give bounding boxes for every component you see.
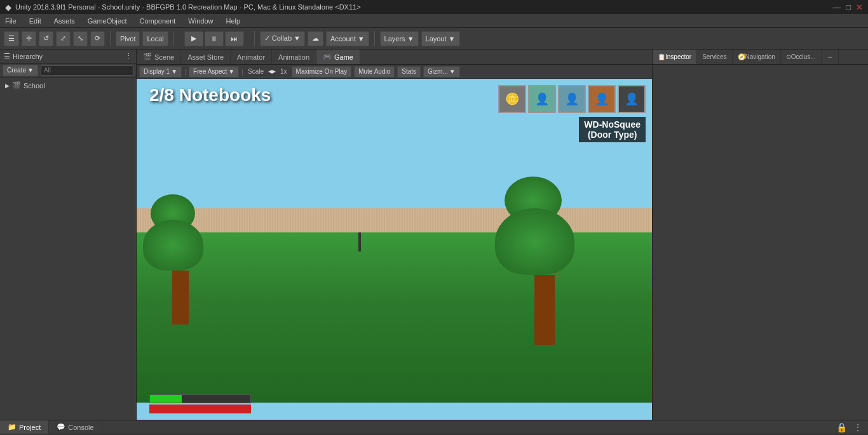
gizmos-label: Gizm... — [428, 68, 448, 75]
transform-tool[interactable]: ⟳ — [90, 31, 105, 46]
oculus-label: Occlus... — [791, 53, 816, 60]
layers-label: Layers — [384, 35, 405, 43]
scene-icon: 🎬 — [12, 81, 21, 90]
inspector-label: Inspector — [665, 53, 691, 60]
oculus-icon: ⊙ — [786, 53, 791, 60]
project-panel: 📁 Project 💬 Console 🔒 ⋮ Create ▼ Search: — [0, 420, 868, 435]
tab-account-right[interactable]: → — [822, 50, 839, 64]
tree-left-trunk — [172, 271, 189, 325]
tab-animator[interactable]: Animator — [231, 50, 272, 64]
tree-right — [514, 177, 574, 345]
display-label: Display 1 — [144, 68, 170, 75]
menu-help[interactable]: Help — [223, 16, 243, 26]
menu-assets[interactable]: Assets — [51, 16, 78, 26]
asset-store-tab-label: Asset Store — [187, 53, 224, 61]
game-toolbar: Display 1 ▼ | Free Aspect ▼ | Scale ◀▶ 1… — [137, 65, 652, 79]
game-canvas: 2/8 Notebooks 🪙 👤 👤 — [137, 79, 652, 420]
hierarchy-create-button[interactable]: Create ▼ — [3, 65, 38, 76]
menu-window[interactable]: Window — [186, 16, 215, 26]
menu-gameobject[interactable]: GameObject — [85, 16, 130, 26]
pivot-button[interactable]: Pivot — [116, 31, 140, 46]
step-button[interactable]: ⏭ — [225, 31, 244, 46]
tab-scene[interactable]: 🎬 Scene — [137, 50, 181, 64]
mute-audio-button[interactable]: Mute Audio — [354, 66, 395, 77]
right-panel: 📋 Inspector Services 🧭 Navigation ⊙ Occl… — [652, 50, 868, 420]
aspect-separator: | — [241, 68, 243, 76]
hierarchy-scene-item[interactable]: ▶ 🎬 School — [0, 80, 136, 91]
title-text: Unity 2018.3.9f1 Personal - School.unity… — [15, 3, 361, 11]
local-button[interactable]: Local — [142, 31, 168, 46]
mute-audio-label: Mute Audio — [358, 68, 390, 75]
toolbar: ☰ ✛ ↺ ⤢ ⤡ ⟳ Pivot Local ▶ ⏸ ⏭ ✓ Collab ▼… — [0, 28, 868, 50]
local-label: Local — [147, 35, 163, 43]
rotate-tool[interactable]: ↺ — [39, 31, 53, 46]
play-button[interactable]: ▶ — [184, 31, 203, 46]
tab-project[interactable]: 📁 Project — [0, 420, 49, 434]
aspect-button[interactable]: Free Aspect ▼ — [189, 66, 239, 77]
services-label: Services — [702, 53, 726, 60]
move-tool[interactable]: ✛ — [22, 31, 36, 46]
gizmos-button[interactable]: Gizm... ▼ — [423, 66, 460, 77]
separator-4 — [374, 31, 375, 46]
menu-component[interactable]: Component — [137, 16, 178, 26]
game-tab-icon: 🎮 — [323, 53, 332, 61]
scale-tool[interactable]: ⤢ — [56, 31, 71, 46]
display-button[interactable]: Display 1 ▼ — [139, 66, 182, 77]
close-button[interactable]: ✕ — [856, 3, 863, 12]
tab-animation[interactable]: Animation — [272, 50, 316, 64]
hierarchy-panel: ☰ Hierarchy ⋮ Create ▼ ▶ 🎬 School — [0, 50, 137, 420]
stats-button[interactable]: Stats — [397, 66, 421, 77]
scale-value: 1x — [278, 68, 289, 75]
minimize-button[interactable]: — — [832, 3, 841, 12]
account-label: Account — [330, 35, 356, 43]
account-button[interactable]: Account ▼ — [326, 31, 369, 46]
right-tab-bar: 📋 Inspector Services 🧭 Navigation ⊙ Occl… — [653, 50, 868, 65]
title-bar-controls[interactable]: — □ ✕ — [832, 3, 863, 12]
lock-icon[interactable]: 🔒 — [834, 422, 849, 432]
menu-edit[interactable]: Edit — [27, 16, 44, 26]
tabs-spacer — [102, 420, 831, 434]
maximize-on-play-label: Maximize On Play — [296, 68, 348, 75]
options-icon[interactable]: ⋮ — [851, 422, 864, 432]
stats-label: Stats — [402, 68, 416, 75]
pause-button[interactable]: ⏸ — [205, 31, 224, 46]
tree-left-leaves — [143, 220, 203, 271]
menu-file[interactable]: File — [3, 16, 19, 26]
separator-3 — [254, 31, 255, 46]
scale-label: Scale — [246, 68, 266, 75]
maximize-on-play-button[interactable]: Maximize On Play — [292, 66, 352, 77]
layout-button[interactable]: Layout ▼ — [421, 31, 460, 46]
hierarchy-search-input[interactable] — [41, 65, 133, 76]
playmode-controls: ▶ ⏸ ⏭ — [184, 31, 244, 46]
tab-oculus[interactable]: ⊙ Occlus... — [781, 50, 822, 64]
tab-navigation[interactable]: 🧭 Navigation — [733, 50, 781, 64]
layers-button[interactable]: Layers ▼ — [380, 31, 419, 46]
scene-game-tabs: 🎬 Scene Asset Store Animator Animation 🎮… — [137, 50, 652, 65]
main-layout: ☰ Hierarchy ⋮ Create ▼ ▶ 🎬 School 🎬 — [0, 50, 868, 420]
console-tab-icon: 💬 — [57, 423, 65, 431]
hierarchy-icon: ☰ — [4, 52, 10, 60]
hierarchy-toolbar: Create ▼ — [0, 64, 136, 77]
rect-tool[interactable]: ⤡ — [73, 31, 88, 46]
separator-1 — [110, 31, 111, 46]
tab-inspector[interactable]: 📋 Inspector — [653, 50, 697, 64]
tree-right-leaves — [495, 208, 574, 275]
cloud-button[interactable]: ☁ — [308, 31, 323, 46]
tab-console[interactable]: 💬 Console — [49, 420, 102, 434]
hierarchy-options-icon[interactable]: ⋮ — [125, 52, 132, 60]
console-tab-label: Console — [68, 424, 93, 431]
tab-asset-store[interactable]: Asset Store — [181, 50, 231, 64]
center-area: 🎬 Scene Asset Store Animator Animation 🎮… — [137, 50, 652, 420]
scale-slider-icon: ◀▶ — [268, 69, 276, 74]
hand-tool[interactable]: ☰ — [4, 31, 19, 46]
tab-services[interactable]: Services — [697, 50, 732, 64]
collab-button[interactable]: ✓ Collab ▼ — [260, 31, 305, 46]
game-tab-label: Game — [334, 53, 353, 61]
maximize-button[interactable]: □ — [846, 3, 851, 12]
create-arrow: ▼ — [27, 67, 34, 74]
tab-game[interactable]: 🎮 Game — [316, 50, 360, 64]
energy-bar — [149, 405, 251, 413]
scene-tab-label: Scene — [154, 53, 174, 61]
project-tab-label: Project — [19, 424, 41, 431]
project-tab-icon: 📁 — [8, 423, 17, 431]
